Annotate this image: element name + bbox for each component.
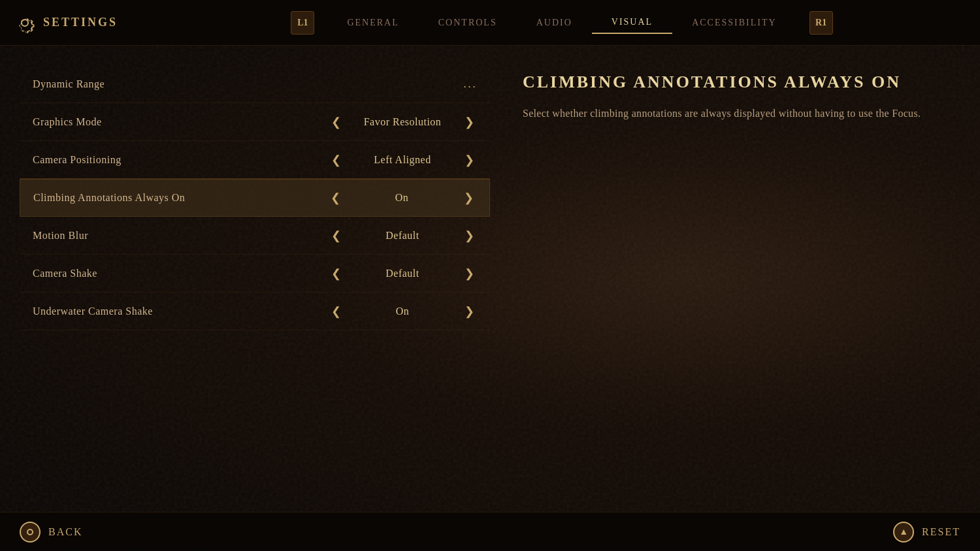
footer: Back ▲ Reset — [0, 512, 980, 551]
setting-label-climbing-annotations: Climbing Annotations Always On — [33, 192, 327, 204]
underwater-camera-shake-prev-button[interactable]: ❮ — [328, 304, 344, 319]
dynamic-range-dots-button[interactable]: ... — [463, 77, 477, 91]
nav-right-button[interactable]: R1 — [809, 11, 833, 35]
graphics-mode-prev-button[interactable]: ❮ — [328, 114, 344, 130]
tab-controls[interactable]: CONTROLS — [419, 12, 517, 33]
header: SETTINGS L1 GENERAL CONTROLS AUDIO VISUA… — [0, 0, 980, 46]
nav-left-button[interactable]: L1 — [291, 11, 314, 35]
camera-positioning-value: Left Aligned — [353, 154, 451, 166]
nav-tabs: L1 GENERAL CONTROLS AUDIO VISUAL ACCESSI… — [157, 11, 967, 35]
tab-general[interactable]: GENERAL — [327, 12, 418, 33]
settings-logo: SETTINGS — [13, 11, 118, 35]
graphics-mode-controls: ❮ Favor Resolution ❯ — [328, 114, 477, 130]
setting-row-motion-blur[interactable]: Motion Blur ❮ Default ❯ — [20, 217, 490, 255]
motion-blur-next-button[interactable]: ❯ — [461, 228, 477, 244]
climbing-annotations-controls: ❮ On ❯ — [327, 190, 476, 206]
setting-row-underwater-camera-shake[interactable]: Underwater Camera Shake ❮ On ❯ — [20, 292, 490, 330]
climbing-annotations-prev-button[interactable]: ❮ — [327, 190, 343, 206]
underwater-camera-shake-value: On — [353, 306, 451, 317]
circle-icon — [20, 522, 41, 543]
setting-label-dynamic-range: Dynamic Range — [33, 78, 463, 90]
setting-row-climbing-annotations[interactable]: Climbing Annotations Always On ❮ On ❯ — [20, 179, 490, 217]
tab-accessibility[interactable]: ACCESSIBILITY — [672, 12, 796, 33]
camera-shake-prev-button[interactable]: ❮ — [328, 266, 344, 281]
motion-blur-prev-button[interactable]: ❮ — [328, 228, 344, 244]
back-button[interactable]: Back — [20, 522, 82, 543]
tab-visual[interactable]: VISUAL — [592, 12, 672, 34]
camera-positioning-next-button[interactable]: ❯ — [461, 152, 477, 168]
circle-icon-inner — [27, 529, 33, 535]
settings-list: Dynamic Range ... Graphics Mode ❮ Favor … — [20, 65, 490, 512]
graphics-mode-value: Favor Resolution — [353, 116, 451, 128]
camera-positioning-controls: ❮ Left Aligned ❯ — [328, 152, 477, 168]
camera-shake-controls: ❮ Default ❯ — [328, 266, 477, 281]
info-panel-title: CLIMBING ANNOTATIONS ALWAYS ON — [523, 72, 947, 92]
back-label: Back — [48, 526, 82, 538]
camera-shake-next-button[interactable]: ❯ — [461, 266, 477, 281]
climbing-annotations-next-button[interactable]: ❯ — [461, 190, 476, 206]
camera-positioning-prev-button[interactable]: ❮ — [328, 152, 344, 168]
gear-icon — [13, 11, 37, 35]
setting-label-camera-positioning: Camera Positioning — [33, 154, 328, 166]
reset-label: Reset — [922, 526, 960, 538]
underwater-camera-shake-controls: ❮ On ❯ — [328, 304, 477, 319]
setting-label-underwater-camera-shake: Underwater Camera Shake — [33, 306, 328, 317]
underwater-camera-shake-next-button[interactable]: ❯ — [461, 304, 477, 319]
reset-button[interactable]: ▲ Reset — [893, 522, 960, 543]
info-panel-description: Select whether climbing annotations are … — [523, 105, 947, 122]
setting-row-dynamic-range[interactable]: Dynamic Range ... — [20, 65, 490, 103]
tab-audio[interactable]: AUDIO — [517, 12, 592, 33]
setting-row-camera-positioning[interactable]: Camera Positioning ❮ Left Aligned ❯ — [20, 141, 490, 179]
triangle-icon: ▲ — [893, 522, 914, 543]
setting-label-camera-shake: Camera Shake — [33, 268, 328, 279]
setting-label-motion-blur: Motion Blur — [33, 230, 328, 242]
motion-blur-value: Default — [353, 230, 451, 242]
setting-row-graphics-mode[interactable]: Graphics Mode ❮ Favor Resolution ❯ — [20, 103, 490, 141]
settings-title: SETTINGS — [43, 16, 118, 29]
camera-shake-value: Default — [353, 268, 451, 279]
main-content: Dynamic Range ... Graphics Mode ❮ Favor … — [0, 46, 980, 512]
graphics-mode-next-button[interactable]: ❯ — [461, 114, 477, 130]
climbing-annotations-value: On — [353, 192, 451, 204]
info-panel: CLIMBING ANNOTATIONS ALWAYS ON Select wh… — [510, 65, 960, 512]
setting-label-graphics-mode: Graphics Mode — [33, 116, 328, 128]
setting-row-camera-shake[interactable]: Camera Shake ❮ Default ❯ — [20, 255, 490, 292]
motion-blur-controls: ❮ Default ❯ — [328, 228, 477, 244]
